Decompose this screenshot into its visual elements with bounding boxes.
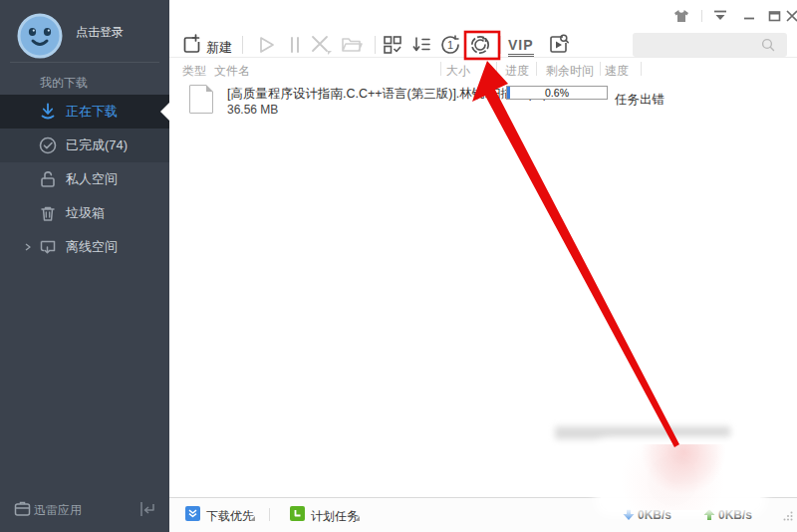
sidebar-item-offline-space[interactable]: 离线空间 (0, 230, 169, 264)
window-separator (701, 10, 702, 22)
table-header: 类型 文件名 大小 进度 剩余时间 速度 (169, 57, 797, 81)
sidebar-item-label: 离线空间 (66, 238, 118, 256)
task-size: 36.56 MB (227, 103, 278, 117)
maximize-button[interactable] (765, 8, 783, 24)
check-circle-icon (38, 135, 58, 155)
maximize-icon (768, 10, 781, 22)
settings-gear-icon (468, 33, 492, 57)
sidebar-section-header: 我的下载 (40, 75, 88, 92)
sort-list-icon (410, 34, 432, 56)
shirt-icon (673, 9, 689, 23)
column-separator (600, 62, 601, 76)
avatar[interactable] (16, 12, 64, 60)
selected-item-notch (160, 103, 169, 121)
cloud-download-icon (38, 237, 58, 257)
watermark-box (601, 444, 760, 510)
sidebar-item-label: 垃圾箱 (66, 204, 105, 222)
column-separator (641, 62, 642, 76)
xunlei-apps-button[interactable]: 迅雷应用 (34, 502, 82, 519)
column-header-speed[interactable]: 速度 (605, 63, 629, 80)
new-task-button[interactable] (180, 33, 204, 57)
settings-gear-button[interactable] (468, 33, 492, 57)
file-type-icon (189, 85, 213, 114)
play-icon (256, 35, 276, 55)
apps-icon (14, 500, 31, 517)
pause-icon (287, 35, 303, 55)
download-speed: 0KB/s (638, 508, 671, 522)
limit-one-button[interactable]: 1 (438, 33, 462, 57)
sidebar-item-label: 已完成(74) (66, 136, 128, 154)
sidebar-item-trash[interactable]: 垃圾箱 (0, 196, 169, 230)
vip-button[interactable]: VIP (508, 37, 534, 57)
column-header-size[interactable]: 大小 (446, 63, 470, 80)
delete-button[interactable] (309, 33, 333, 57)
xunlei-window: 点击登录 我的下载 正在下载 已完成(74) 私人空间 (0, 0, 797, 532)
column-separator (536, 62, 537, 76)
toolbar-separator (500, 36, 501, 54)
scheduled-tasks-button[interactable]: 计划任务 (311, 508, 359, 525)
scheduled-tasks-dropdown[interactable] (355, 516, 360, 521)
download-first-button[interactable]: 下载优先 (206, 508, 254, 525)
sidebar: 点击登录 我的下载 正在下载 已完成(74) 私人空间 (0, 0, 169, 532)
media-search-button[interactable] (547, 33, 571, 57)
lock-icon (38, 169, 58, 189)
limit-one-icon: 1 (439, 34, 461, 56)
download-first-dropdown[interactable] (250, 516, 255, 521)
svg-text:1: 1 (447, 39, 453, 51)
sidebar-item-private-space[interactable]: 私人空间 (0, 162, 169, 196)
column-header-filename[interactable]: 文件名 (214, 63, 250, 80)
sidebar-item-completed[interactable]: 已完成(74) (0, 129, 169, 162)
theme-button[interactable] (672, 8, 690, 24)
new-task-label[interactable]: 新建 (206, 39, 232, 57)
collapse-sidebar-icon[interactable] (137, 501, 157, 517)
open-folder-button[interactable] (340, 33, 364, 57)
chevron-right-icon[interactable] (24, 243, 32, 251)
sidebar-item-label: 私人空间 (66, 170, 118, 188)
column-header-progress[interactable]: 进度 (505, 63, 529, 80)
sidebar-item-label: 正在下载 (66, 103, 118, 121)
pause-button[interactable] (283, 33, 307, 57)
column-separator (496, 62, 497, 76)
minimize-icon (743, 10, 755, 22)
column-header-remaining[interactable]: 剩余时间 (546, 63, 594, 80)
upload-speed: 0KB/s (718, 508, 752, 522)
search-input[interactable] (633, 33, 787, 57)
grid-view-button[interactable] (381, 33, 404, 57)
toolbar-separator (375, 36, 376, 54)
column-separator (440, 62, 441, 76)
trash-icon (38, 203, 58, 223)
watermark-blur (555, 426, 730, 439)
download-arrow-icon (38, 102, 58, 122)
download-first-icon (185, 506, 200, 521)
new-task-icon (181, 34, 203, 56)
resize-grip[interactable] (783, 511, 793, 521)
scheduled-tasks-icon (290, 506, 305, 521)
close-icon (786, 10, 797, 22)
sidebar-divider (10, 62, 159, 63)
login-link[interactable]: 点击登录 (76, 24, 124, 41)
delete-icon (309, 34, 333, 56)
task-status: 任务出错 (615, 92, 664, 109)
chevron-menu-icon (713, 10, 727, 22)
media-search-icon (547, 33, 571, 57)
open-folder-icon (340, 35, 364, 55)
task-filename: [高质量程序设计指南.C.C++语言(第三版)].林锐.扫描版.php (227, 86, 550, 103)
main-menu-button[interactable] (711, 8, 729, 24)
column-header-type[interactable]: 类型 (182, 63, 206, 80)
sort-list-button[interactable] (409, 33, 433, 57)
progress-bar: 0.6% (506, 86, 608, 100)
minimize-button[interactable] (740, 8, 758, 24)
progress-label: 0.6% (507, 87, 607, 99)
close-button[interactable] (783, 8, 797, 24)
statusbar-separator (269, 508, 270, 521)
start-button[interactable] (254, 33, 278, 57)
sidebar-item-downloading[interactable]: 正在下载 (0, 95, 169, 129)
grid-view-icon (382, 34, 403, 56)
toolbar-separator (242, 36, 243, 54)
